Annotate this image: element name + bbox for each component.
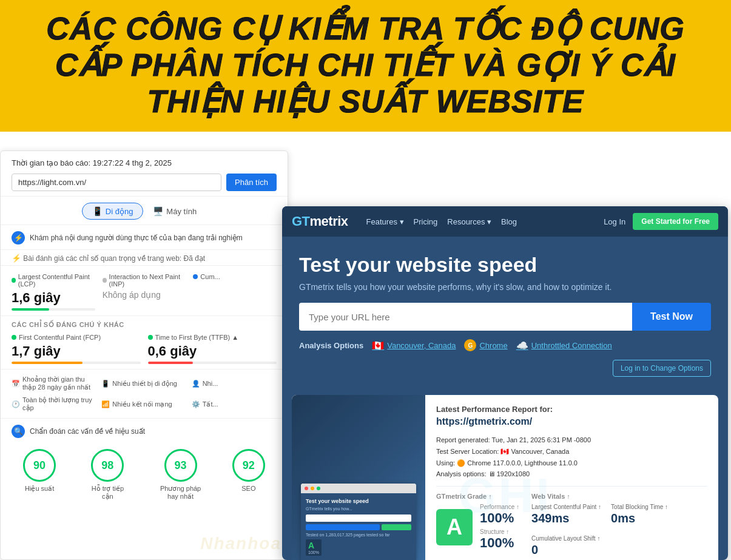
thumb-dot-green [317,487,320,490]
device-tabs: 📱 Di động 🖥️ Máy tính [1,197,288,225]
hero-subtitle: GTmetrix tells you how your website perf… [299,282,711,292]
analysis-browser[interactable]: G Chrome [464,339,507,351]
report-latest-label: Latest Performance Report for: [436,405,707,414]
thumb-btn-row [306,524,411,530]
score-performance: 90 Hiệu suất [23,449,56,501]
meta-server: Test Server Location: 🇨🇦 Vancouver, Cana… [436,446,707,457]
ttfb-fill [148,362,193,364]
diagnose-icon: 🔍 [12,425,25,438]
inp-value: Không áp dụng [103,290,186,300]
fcp-fill [12,362,83,364]
info-item-4: 🕐 Toàn bộ thời lượng truy cập [12,396,96,412]
login-options-button[interactable]: Log in to Change Options [613,360,711,377]
thumb-grades: A 100% [306,539,411,556]
score-best-practices: 93 Phương pháp hay nhất [160,449,202,501]
clock-icon: 🕐 [12,400,20,408]
ttfb-bar [148,362,277,364]
panel-top-bar: Thời gian tạo báo cáo: 19:27:22 4 thg 2,… [1,151,288,197]
struct-label: Structure ↑ [480,528,519,535]
tab-desktop[interactable]: 🖥️ Máy tính [143,203,206,220]
desktop-icon: 🖥️ [153,206,163,216]
inp-dot [103,278,107,283]
gtmetrix-panel: GTmetrix Features ▾ Pricing Resources ▾ … [282,206,728,560]
get-started-button[interactable]: Get Started for Free [633,213,718,230]
vital-cls: Cumulative Layout Shift ↑ 0 [531,535,600,557]
analysis-connection[interactable]: ☁️ Unthrottled Connection [516,340,612,351]
other-section-title: CÁC CHỈ SỐ ĐÁNG CHÚ Ý KHÁC [1,316,288,331]
gtmetrix-nav: GTmetrix Features ▾ Pricing Resources ▾ … [282,206,728,237]
vital-tbt: Total Blocking Time ↑ 0ms [611,504,668,525]
grade-vitals-inner: GTmetrix Grade ↑ A Performance ↑ 100% St… [436,493,707,557]
lcp-dot [12,278,16,283]
nav-resources[interactable]: Resources ▾ [447,217,491,226]
perf-label: Performance ↑ [480,504,519,510]
ttfb-dot [148,335,153,340]
nav-features[interactable]: Features ▾ [366,217,404,226]
nav-blog[interactable]: Blog [501,217,517,226]
fcp-metric: First Contentful Paint (FCP) 1,7 giây [12,334,141,364]
score-circle-best-practices: 93 [164,449,197,482]
gtmetrix-search-row: Test Now [299,303,711,331]
url-bar: Phân tích [12,174,277,191]
diagnose-section: 🔍 Chẩn đoán các vấn đề về hiệu suất [1,419,288,443]
meta-generated: Report generated: Tue, Jan 21, 2025 6:31… [436,434,707,446]
meta-using: Using: 🟠 Chrome 117.0.0.0, Lighthouse 11… [436,457,707,469]
thumb-grade-a: A 100% [306,539,322,556]
ttfb-value: 0,6 giây [148,343,277,359]
gtmetrix-nav-right: Log In Get Started for Free [604,213,718,230]
calendar-icon: 📅 [12,380,20,388]
wifi-icon: 📶 [101,400,110,408]
grade-vitals-section: GTmetrix Grade ↑ A Performance ↑ 100% St… [436,486,707,557]
analysis-label: Analysis Options [299,341,363,350]
diagnose-text: Chẩn đoán các vấn đề về hiệu suất [30,427,145,436]
struct-value: 100% [480,535,519,551]
web-vitals-label: Web Vitals ↑ [531,493,707,500]
report-time: Thời gian tạo báo cáo: 19:27:22 4 thg 2,… [12,158,277,167]
tab-mobile[interactable]: 📱 Di động [82,203,144,220]
mobile-icon: 📱 [92,206,103,216]
info-item-1: 📅 Khoảng thời gian thu thập 28 ngày gần … [12,376,96,391]
left-watermark: Nhanhoa [200,534,281,553]
analysis-location[interactable]: 🇨🇦 Vancouver, Canada [372,340,456,351]
lcp-bar [12,308,95,311]
gtmetrix-url-input[interactable] [299,303,632,331]
web-vitals-section: Web Vitals ↑ Largest Contentful Paint ↑ … [531,493,707,557]
person-icon: 👤 [192,380,200,388]
thumb-inner: Test your website speed GTmetrix tells y… [301,484,416,560]
analyze-button[interactable]: Phân tích [226,174,277,191]
info-item-3: 👤 Nhi... [192,376,277,391]
thumb-dot-yellow [311,487,314,490]
analysis-options-row: Analysis Options 🇨🇦 Vancouver, Canada G … [299,339,711,377]
score-circle-accessibility: 98 [91,449,124,482]
thumb-sub: GTmetrix tells you how... [306,507,411,511]
perf-value: 100% [480,510,519,526]
left-panel: Thời gian tạo báo cáo: 19:27:22 4 thg 2,… [0,150,288,560]
hero-title: Test your website speed [299,254,711,276]
assessment-text: ⚡ Bài đánh giá các chỉ số quan trọng về … [1,250,288,266]
thumb-content: Test your website speed GTmetrix tells y… [301,493,416,560]
nav-login[interactable]: Log In [604,217,625,226]
lcp-fill [12,308,49,311]
info-item-6: ⚙️ Tất... [192,396,277,412]
fcp-bar [12,362,141,364]
perf-struct: Performance ↑ 100% Structure ↑ 100% [480,504,519,551]
inp-metric: Interaction to Next Paint (INP) Không áp… [103,273,186,311]
gtmetrix-hero: Test your website speed GTmetrix tells y… [282,237,728,389]
thumb-dot-red [305,487,308,490]
canada-flag-icon: 🇨🇦 [372,340,384,351]
report-meta: Report generated: Tue, Jan 21, 2025 6:31… [436,434,707,480]
vital-cls-value: 0 [531,543,600,557]
metrics-row: Largest Contentful Paint (LCP) 1,6 giây … [1,266,288,316]
score-seo: 92 SEO [232,449,265,501]
cum-metric: Cum... [193,273,277,311]
test-now-button[interactable]: Test Now [632,303,711,331]
score-circle-performance: 90 [23,449,56,482]
report-url: https://gtmetrix.com/ [436,416,707,427]
thumb-browser-bar [301,484,416,493]
gtmetrix-logo: GTmetrix [292,214,348,229]
ttfb-metric: Time to First Byte (TTFB) ▲ 0,6 giây [148,334,277,364]
nav-pricing[interactable]: Pricing [414,217,438,226]
vital-lcp-value: 349ms [531,511,601,525]
grade-display: A Performance ↑ 100% Structure ↑ 100% [436,504,519,551]
url-input[interactable] [12,174,221,191]
